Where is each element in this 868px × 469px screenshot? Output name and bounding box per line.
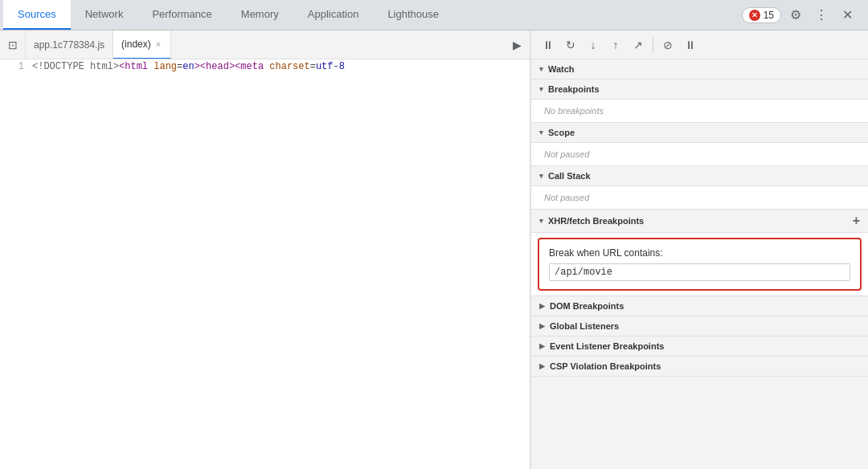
xhr-section-content: Break when URL contains: [531, 233, 868, 296]
tab-network[interactable]: Network [71, 0, 138, 30]
tab-performance[interactable]: Performance [137, 0, 226, 30]
xhr-breakpoint-input-area: Break when URL contains: [538, 238, 862, 291]
top-tabs-right: ✕ 15 ⚙ ⋮ ✕ [742, 0, 865, 30]
call-stack-empty-text: Not paused [531, 186, 868, 209]
file-tab-app-js-label: app.1c778384.js [34, 39, 104, 51]
breakpoints-triangle-icon: ▾ [539, 85, 543, 93]
settings-icon: ⚙ [790, 7, 801, 22]
xhr-section-header[interactable]: ▾ XHR/fetch Breakpoints + [531, 210, 868, 233]
tab-sources-label: Sources [18, 8, 56, 20]
csp-violation-section-label: CSP Violation Breakpoints [550, 361, 661, 371]
pause-on-exceptions-icon: ⏸ [685, 39, 696, 51]
file-tabs-bar: ⊡ app.1c778384.js (index) × ▶ [0, 31, 530, 59]
call-stack-section-header[interactable]: ▾ Call Stack [531, 166, 868, 186]
sidebar-toggle-icon: ⊡ [8, 39, 18, 51]
global-listeners-section-header[interactable]: ▶ Global Listeners [531, 316, 868, 336]
step-button[interactable]: ↗ [628, 35, 649, 55]
xhr-triangle-icon: ▾ [539, 217, 543, 225]
tab-application-label: Application [308, 8, 359, 20]
xhr-section-label: XHR/fetch Breakpoints [548, 216, 644, 226]
pause-icon: ⏸ [542, 39, 554, 51]
file-tab-index-label: (index) [121, 39, 151, 50]
scope-empty-text: Not paused [531, 143, 868, 165]
right-panel: ⏸ ↻ ↓ ↑ ↗ ⊘ ⏸ ▾ Watch [530, 31, 868, 469]
tab-sources[interactable]: Sources [3, 0, 71, 30]
debugger-toolbar: ⏸ ↻ ↓ ↑ ↗ ⊘ ⏸ [531, 31, 868, 59]
csp-violation-triangle-icon: ▶ [539, 362, 545, 370]
step-over-icon: ↻ [566, 39, 575, 51]
breakpoints-section-header[interactable]: ▾ Breakpoints [531, 80, 868, 100]
csp-violation-section-header[interactable]: ▶ CSP Violation Breakpoints [531, 357, 868, 377]
tab-lighthouse-label: Lighthouse [387, 8, 439, 20]
main-layout: ⊡ app.1c778384.js (index) × ▶ 1 <!DOCTYP… [0, 31, 868, 469]
tab-performance-label: Performance [152, 8, 211, 20]
deactivate-breakpoints-button[interactable]: ⊘ [657, 35, 678, 55]
dom-triangle-icon: ▶ [539, 302, 545, 310]
scope-section-label: Scope [548, 128, 575, 137]
step-icon: ↗ [633, 39, 643, 51]
line-content-1: <!DOCTYPE html><html lang=en><head><meta… [32, 59, 345, 74]
settings-button[interactable]: ⚙ [784, 4, 807, 27]
event-listener-section-header[interactable]: ▶ Event Listener Breakpoints [531, 336, 868, 357]
run-icon: ▶ [513, 39, 522, 51]
global-listeners-section-label: Global Listeners [550, 321, 619, 331]
line-number-1: 1 [0, 59, 32, 74]
step-out-icon: ↑ [613, 39, 619, 51]
call-stack-triangle-icon: ▾ [539, 172, 543, 180]
watch-section-header[interactable]: ▾ Watch [531, 59, 868, 80]
xhr-input-label: Break when URL contains: [549, 247, 850, 259]
step-into-icon: ↓ [591, 39, 596, 51]
file-tab-app-js[interactable]: app.1c778384.js [26, 31, 113, 59]
close-devtools-button[interactable]: ✕ [836, 4, 858, 27]
step-over-button[interactable]: ↻ [560, 35, 581, 55]
dom-breakpoints-section-header[interactable]: ▶ DOM Breakpoints [531, 296, 868, 316]
watch-section-label: Watch [548, 64, 575, 74]
more-button[interactable]: ⋮ [810, 4, 833, 27]
tab-application[interactable]: Application [293, 0, 374, 30]
tab-memory[interactable]: Memory [227, 0, 293, 30]
scope-triangle-icon: ▾ [539, 128, 543, 137]
left-panel: ⊡ app.1c778384.js (index) × ▶ 1 <!DOCTYP… [0, 31, 530, 469]
error-x-icon: ✕ [751, 11, 758, 19]
event-listener-triangle-icon: ▶ [539, 342, 545, 350]
xhr-add-button[interactable]: + [853, 214, 860, 227]
scope-section-content: Not paused [531, 143, 868, 166]
xhr-url-input[interactable] [549, 263, 850, 281]
error-dot: ✕ [749, 10, 760, 21]
sidebar-toggle-button[interactable]: ⊡ [0, 31, 26, 59]
error-badge[interactable]: ✕ 15 [742, 7, 781, 23]
tab-network-label: Network [85, 8, 124, 20]
tab-lighthouse[interactable]: Lighthouse [373, 0, 453, 30]
step-out-button[interactable]: ↑ [605, 35, 626, 55]
tab-memory-label: Memory [241, 8, 279, 20]
toolbar-separator-1 [653, 38, 653, 52]
file-tab-close-button[interactable]: × [154, 39, 162, 50]
top-tab-bar: Sources Network Performance Memory Appli… [0, 0, 868, 31]
deactivate-icon: ⊘ [663, 39, 673, 51]
code-editor[interactable]: 1 <!DOCTYPE html><html lang=en><head><me… [0, 59, 530, 469]
global-listeners-triangle-icon: ▶ [539, 322, 545, 330]
step-into-button[interactable]: ↓ [583, 35, 604, 55]
breakpoints-section-label: Breakpoints [548, 84, 600, 94]
file-tab-index[interactable]: (index) × [113, 31, 171, 59]
call-stack-section-content: Not paused [531, 186, 868, 210]
run-snippet-button[interactable]: ▶ [504, 31, 530, 59]
close-icon: ✕ [842, 7, 853, 22]
pause-on-exceptions-button[interactable]: ⏸ [680, 35, 701, 55]
breakpoints-empty-text: No breakpoints [531, 100, 868, 122]
watch-triangle-icon: ▾ [539, 65, 543, 73]
code-line-1: 1 <!DOCTYPE html><html lang=en><head><me… [0, 59, 530, 74]
scope-section-header[interactable]: ▾ Scope [531, 123, 868, 143]
call-stack-section-label: Call Stack [548, 171, 591, 181]
breakpoints-section-content: No breakpoints [531, 100, 868, 123]
dom-breakpoints-section-label: DOM Breakpoints [550, 301, 624, 311]
more-icon: ⋮ [815, 7, 828, 22]
pause-resume-button[interactable]: ⏸ [538, 35, 559, 55]
event-listener-section-label: Event Listener Breakpoints [550, 341, 664, 351]
error-count: 15 [764, 10, 774, 21]
